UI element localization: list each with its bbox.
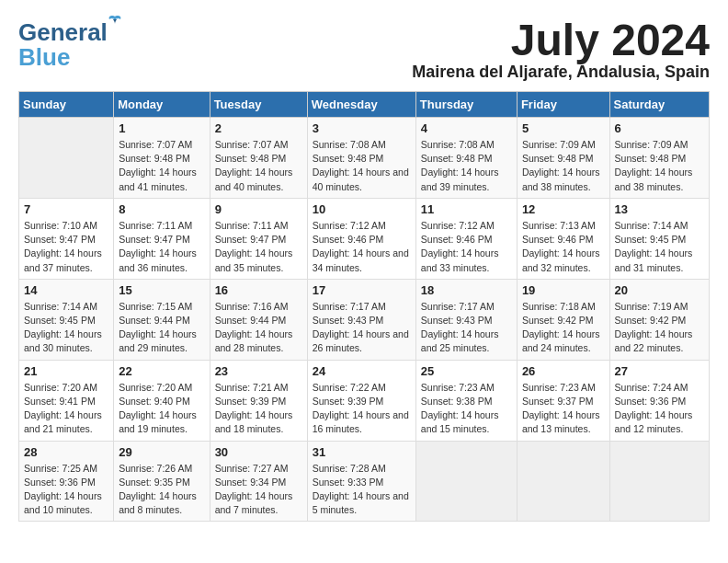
day-info: Sunrise: 7:08 AMSunset: 9:48 PMDaylight:… [421,138,512,194]
day-number: 4 [421,121,512,135]
daylight-label: Daylight: 14 hours and 35 minutes. [215,247,293,272]
day-number: 2 [215,121,302,135]
calendar-cell: 16Sunrise: 7:16 AMSunset: 9:44 PMDayligh… [210,279,307,360]
sunset-label: Sunset: 9:47 PM [119,234,190,245]
sunset-label: Sunset: 9:43 PM [421,315,493,326]
calendar-cell: 6Sunrise: 7:09 AMSunset: 9:48 PMDaylight… [609,118,709,199]
day-info: Sunrise: 7:18 AMSunset: 9:42 PMDaylight:… [522,300,605,356]
calendar-cell: 7Sunrise: 7:10 AMSunset: 9:47 PMDaylight… [19,198,114,279]
sunrise-label: Sunrise: 7:11 AM [119,220,192,231]
calendar-cell: 22Sunrise: 7:20 AMSunset: 9:40 PMDayligh… [114,360,210,441]
daylight-label: Daylight: 14 hours and 8 minutes. [119,490,197,515]
weekday-header-saturday: Saturday [609,92,709,118]
day-info: Sunrise: 7:17 AMSunset: 9:43 PMDaylight:… [421,300,512,356]
day-info: Sunrise: 7:21 AMSunset: 9:39 PMDaylight:… [215,381,302,437]
calendar-cell: 21Sunrise: 7:20 AMSunset: 9:41 PMDayligh… [19,360,114,441]
sunrise-label: Sunrise: 7:23 AM [522,382,596,393]
day-number: 9 [215,202,302,216]
day-number: 11 [421,202,512,216]
sunrise-label: Sunrise: 7:10 AM [24,220,97,231]
sunrise-label: Sunrise: 7:20 AM [24,382,97,393]
sunset-label: Sunset: 9:41 PM [24,396,96,407]
sunset-label: Sunset: 9:46 PM [313,234,384,245]
day-number: 7 [24,202,108,216]
day-info: Sunrise: 7:27 AMSunset: 9:34 PMDaylight:… [215,462,302,518]
calendar-cell: 31Sunrise: 7:28 AMSunset: 9:33 PMDayligh… [307,441,415,522]
calendar-cell: 15Sunrise: 7:15 AMSunset: 9:44 PMDayligh… [114,279,210,360]
day-info: Sunrise: 7:08 AMSunset: 9:48 PMDaylight:… [313,138,411,194]
sunrise-label: Sunrise: 7:09 AM [522,139,596,150]
calendar-cell: 24Sunrise: 7:22 AMSunset: 9:39 PMDayligh… [307,360,415,441]
weekday-header-tuesday: Tuesday [210,92,307,118]
calendar-week-row: 21Sunrise: 7:20 AMSunset: 9:41 PMDayligh… [19,360,710,441]
sunrise-label: Sunrise: 7:09 AM [615,139,688,150]
calendar-cell: 25Sunrise: 7:23 AMSunset: 9:38 PMDayligh… [415,360,517,441]
sunrise-label: Sunrise: 7:24 AM [615,382,688,393]
sunrise-label: Sunrise: 7:08 AM [313,139,386,150]
weekday-header-sunday: Sunday [19,92,114,118]
sunset-label: Sunset: 9:45 PM [24,315,96,326]
day-number: 31 [313,445,411,459]
day-number: 3 [313,121,411,135]
calendar-cell: 10Sunrise: 7:12 AMSunset: 9:46 PMDayligh… [307,198,415,279]
day-info: Sunrise: 7:19 AMSunset: 9:42 PMDaylight:… [615,300,704,356]
sunset-label: Sunset: 9:46 PM [522,234,594,245]
weekday-header-row: SundayMondayTuesdayWednesdayThursdayFrid… [19,92,710,118]
day-number: 18 [421,283,512,297]
daylight-label: Daylight: 14 hours and 40 minutes. [313,167,409,191]
day-info: Sunrise: 7:07 AMSunset: 9:48 PMDaylight:… [215,138,302,194]
sunrise-label: Sunrise: 7:21 AM [215,382,289,393]
daylight-label: Daylight: 14 hours and 22 minutes. [615,328,693,353]
day-info: Sunrise: 7:07 AMSunset: 9:48 PMDaylight:… [119,138,204,194]
sunrise-label: Sunrise: 7:16 AM [215,301,289,312]
day-info: Sunrise: 7:13 AMSunset: 9:46 PMDaylight:… [522,219,605,275]
calendar-cell: 12Sunrise: 7:13 AMSunset: 9:46 PMDayligh… [517,198,609,279]
daylight-label: Daylight: 14 hours and 28 minutes. [215,328,293,353]
daylight-label: Daylight: 14 hours and 38 minutes. [615,167,693,191]
daylight-label: Daylight: 14 hours and 32 minutes. [522,247,600,272]
daylight-label: Daylight: 14 hours and 12 minutes. [615,409,693,434]
day-info: Sunrise: 7:16 AMSunset: 9:44 PMDaylight:… [215,300,302,356]
day-info: Sunrise: 7:20 AMSunset: 9:41 PMDaylight:… [24,381,108,437]
daylight-label: Daylight: 14 hours and 25 minutes. [421,328,499,353]
day-number: 21 [24,364,108,378]
sunset-label: Sunset: 9:36 PM [24,477,96,488]
calendar-week-row: 14Sunrise: 7:14 AMSunset: 9:45 PMDayligh… [19,279,710,360]
day-number: 14 [24,283,108,297]
calendar-cell: 20Sunrise: 7:19 AMSunset: 9:42 PMDayligh… [609,279,709,360]
calendar-cell: 30Sunrise: 7:27 AMSunset: 9:34 PMDayligh… [210,441,307,522]
sunset-label: Sunset: 9:46 PM [421,234,493,245]
weekday-header-wednesday: Wednesday [307,92,415,118]
day-info: Sunrise: 7:24 AMSunset: 9:36 PMDaylight:… [615,381,704,437]
daylight-label: Daylight: 14 hours and 29 minutes. [119,328,197,353]
sunset-label: Sunset: 9:48 PM [522,153,594,164]
sunrise-label: Sunrise: 7:13 AM [522,220,596,231]
month-title: July 2024 [412,18,710,63]
sunrise-label: Sunrise: 7:11 AM [215,220,289,231]
day-info: Sunrise: 7:28 AMSunset: 9:33 PMDaylight:… [313,462,411,518]
day-info: Sunrise: 7:25 AMSunset: 9:36 PMDaylight:… [24,462,108,518]
daylight-label: Daylight: 14 hours and 5 minutes. [313,490,409,515]
day-info: Sunrise: 7:11 AMSunset: 9:47 PMDaylight:… [119,219,204,275]
title-block: July 2024 Mairena del Aljarafe, Andalusi… [412,18,710,82]
calendar-cell: 11Sunrise: 7:12 AMSunset: 9:46 PMDayligh… [415,198,517,279]
sunset-label: Sunset: 9:38 PM [421,396,493,407]
day-info: Sunrise: 7:09 AMSunset: 9:48 PMDaylight:… [522,138,605,194]
sunset-label: Sunset: 9:43 PM [313,315,384,326]
sunrise-label: Sunrise: 7:14 AM [615,220,688,231]
sunset-label: Sunset: 9:45 PM [615,234,687,245]
sunrise-label: Sunrise: 7:07 AM [119,139,192,150]
sunrise-label: Sunrise: 7:14 AM [24,301,97,312]
logo-blue: Blue [18,43,70,72]
day-number: 12 [522,202,605,216]
day-info: Sunrise: 7:14 AMSunset: 9:45 PMDaylight:… [615,219,704,275]
sunrise-label: Sunrise: 7:18 AM [522,301,596,312]
calendar-cell: 14Sunrise: 7:14 AMSunset: 9:45 PMDayligh… [19,279,114,360]
daylight-label: Daylight: 14 hours and 41 minutes. [119,167,197,191]
sunset-label: Sunset: 9:44 PM [119,315,190,326]
sunrise-label: Sunrise: 7:19 AM [615,301,688,312]
weekday-header-thursday: Thursday [415,92,517,118]
daylight-label: Daylight: 14 hours and 24 minutes. [522,328,600,353]
day-info: Sunrise: 7:12 AMSunset: 9:46 PMDaylight:… [421,219,512,275]
calendar-week-row: 7Sunrise: 7:10 AMSunset: 9:47 PMDaylight… [19,198,710,279]
